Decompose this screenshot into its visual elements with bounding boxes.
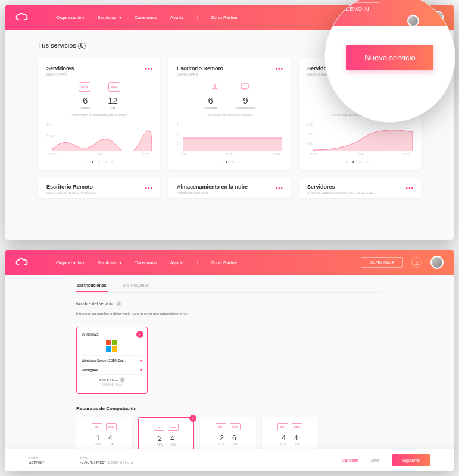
card-pager: ‹ › (307, 159, 413, 165)
card-menu-button[interactable]: ••• (275, 65, 283, 72)
card-subtitle: DEMO APPS (46, 73, 152, 76)
card-footer-text: Porcentaje de consumo por servidor (46, 113, 152, 117)
os-name: Windows (82, 332, 142, 336)
brand-logo (15, 12, 32, 23)
total-price: -2,43 € / Mes* -0,0034 € / Hora (80, 460, 133, 464)
chevron-down-icon: ▾ (119, 15, 121, 20)
card-pager: ‹ › (46, 159, 152, 165)
pager-prev[interactable]: ‹ (219, 159, 221, 165)
stat-label: Usuarios (204, 106, 218, 109)
os-price: 3,60 € / Mes ? (99, 377, 125, 383)
card-menu-button[interactable]: ••• (145, 185, 153, 192)
usage-sparkline: 2 1 0 (177, 121, 282, 151)
card-footer-text: Sesiones de usuario activas (177, 113, 282, 117)
card-menu-button[interactable]: ••• (275, 185, 283, 192)
windows-icon (106, 340, 118, 352)
nav-servicios[interactable]: Servicios▾ (97, 15, 121, 20)
tab-distribuciones[interactable]: Distribuciones (76, 283, 108, 292)
chevron-down-icon: ▾ (392, 260, 394, 264)
memory-icon: MEM (292, 423, 302, 430)
nav-consumos[interactable]: Consumos (135, 260, 157, 265)
card-subtitle: DEMO-NEW-IMAGE-W2K19V2 (46, 191, 152, 195)
check-icon: ✓ (189, 415, 196, 422)
cpu-icon: CPU (154, 424, 164, 431)
nav-consumos[interactable]: Consumos (135, 15, 157, 20)
app-header: Organización Servicios▾ Consumos Ayuda |… (5, 250, 454, 275)
page-title: Tus servicios (6) (38, 42, 86, 49)
cpu-icon: CPU (216, 423, 226, 430)
nav-zona-partner[interactable]: Zona Partner (211, 15, 239, 20)
chevron-down-icon: ▾ (140, 358, 142, 362)
new-service-button[interactable]: Nuevo servicio (346, 45, 433, 70)
step-title: Servidor (29, 460, 44, 464)
account-switcher[interactable]: DEMO INC ▾ (361, 257, 403, 268)
service-card-escritorio-remoto-2[interactable]: Escritorio Remoto DEMO-NEW-IMAGE-W2K19V2… (38, 178, 160, 198)
os-option-windows[interactable]: ✓ Windows Windows Server 2019 Sta...▾ Po… (76, 327, 148, 394)
resources-section-title: Recursos de Computación (76, 406, 383, 411)
nav-ayuda[interactable]: Ayuda (170, 260, 184, 265)
service-card-servidores[interactable]: Servidores DEMO APPS ••• CPU MEM 6Cores … (38, 58, 160, 170)
stat-value: 9 (236, 95, 256, 105)
svg-point-0 (214, 84, 216, 87)
nav-ayuda[interactable]: Ayuda (170, 15, 184, 20)
server-name-input[interactable] (76, 309, 383, 318)
help-icon[interactable]: ? (120, 377, 125, 383)
stat-value: 6 (80, 95, 90, 105)
nav-zona-partner[interactable]: Zona Partner (211, 260, 239, 265)
service-card-servidores-3[interactable]: Servidores Entorno Cloud Datacenter JOTE… (299, 178, 421, 198)
nav-organizacion[interactable]: Organización (56, 260, 84, 265)
card-title: Escritorio Remoto (46, 184, 152, 190)
tab-mis-imagenes[interactable]: Mis imágenes (122, 283, 150, 292)
bell-icon: △ (415, 260, 419, 265)
wizard-footer: 1 DE 7 Servidor TOTAL -2,43 € / Mes* -0,… (5, 449, 454, 471)
card-subtitle: Entorno Cloud Datacenter JOTELULU DE... (307, 191, 413, 195)
svg-rect-1 (241, 84, 248, 89)
card-subtitle: Almacenamiento #1 (177, 191, 282, 195)
user-avatar[interactable] (407, 15, 419, 27)
user-icon (209, 82, 221, 92)
card-pager: ‹ › (177, 159, 282, 165)
service-card-escritorio-remoto[interactable]: Escritorio Remoto DEMO APPS ••• 6Usuario… (168, 58, 291, 170)
nav-separator: | (196, 260, 198, 265)
usage-sparkline: 1 % 0.5 % (46, 121, 152, 151)
pager-next[interactable]: › (372, 159, 374, 165)
nav-organizacion[interactable]: Organización (56, 15, 84, 20)
card-menu-button[interactable]: ••• (145, 65, 153, 72)
card-menu-button[interactable]: ••• (405, 185, 414, 192)
stat-label: Aplicaciones (236, 106, 256, 109)
card-title: Almacenamiento en la nube (177, 184, 282, 190)
os-version-select[interactable]: Windows Server 2019 Sta...▾ (82, 355, 142, 365)
brand-logo (15, 257, 32, 268)
check-icon: ✓ (136, 331, 143, 338)
card-title: Servidores (307, 184, 413, 190)
usage-sparkline: 2 % 1 % 0 % (307, 121, 413, 151)
stat-value: 12 (108, 95, 118, 105)
pager-prev[interactable]: ‹ (346, 159, 348, 165)
chevron-down-icon: ▾ (140, 368, 142, 372)
card-title: Escritorio Remoto (177, 65, 282, 71)
image-tabs: Distribuciones Mis imágenes (76, 283, 383, 293)
next-button[interactable]: Siguiente (392, 454, 430, 466)
memory-icon: MEM (168, 424, 179, 431)
service-card-almacenamiento[interactable]: Almacenamiento en la nube Almacenamiento… (168, 178, 291, 198)
cpu-icon: CPU (277, 423, 288, 430)
card-subtitle: DEMO APPS (177, 73, 282, 76)
stat-value: 6 (204, 95, 218, 105)
main-nav: Organización Servicios▾ Consumos Ayuda |… (56, 15, 239, 20)
user-avatar[interactable] (430, 256, 444, 269)
nav-servicios[interactable]: Servicios▾ (97, 260, 121, 265)
card-title: Servidores (46, 65, 152, 71)
notifications-button[interactable]: △ (411, 257, 422, 268)
os-language-select[interactable]: Português▾ (82, 365, 142, 374)
cpu-icon: CPU (79, 82, 90, 92)
pager-next[interactable]: › (111, 159, 113, 165)
os-price-hourly: 0,0050 € / Hora (102, 383, 122, 386)
back-button[interactable]: Volver (369, 458, 380, 462)
memory-icon: MEM (108, 82, 120, 92)
pager-prev[interactable]: ‹ (85, 159, 87, 165)
help-icon[interactable]: ? (116, 301, 121, 306)
memory-icon: MEM (106, 423, 117, 430)
cancel-button[interactable]: Cancelar (342, 458, 358, 462)
pager-next[interactable]: › (239, 159, 241, 165)
memory-icon: MEM (230, 423, 241, 430)
